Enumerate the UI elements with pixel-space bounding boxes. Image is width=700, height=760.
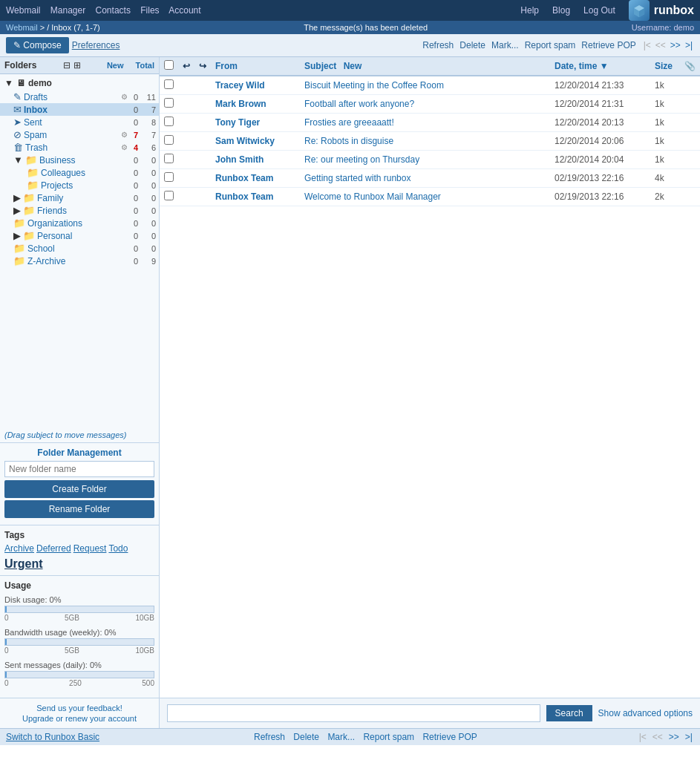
advanced-search-link[interactable]: Show advanced options: [598, 708, 693, 718]
email-checkbox-1[interactable]: [164, 98, 174, 108]
tag-request[interactable]: Request: [73, 543, 107, 554]
email-subject-4[interactable]: Re: our meeting on Thursday: [300, 151, 550, 169]
count-total-personal: 0: [145, 232, 156, 240]
gear-icon-spam[interactable]: ⚙: [121, 131, 128, 139]
switch-to-basic-link[interactable]: Switch to Runbox Basic: [6, 732, 99, 742]
folder-collapse-icon[interactable]: ⊟: [63, 60, 71, 71]
compose-button[interactable]: ✎ Compose: [6, 37, 69, 53]
bottom-pagination-next[interactable]: >>: [667, 732, 681, 742]
email-from-1[interactable]: Mark Brown: [211, 95, 300, 114]
folder-item-personal[interactable]: ▶ 📁 Personal 0 0: [0, 229, 159, 242]
folder-item-projects[interactable]: 📁 Projects 0 0: [0, 179, 159, 191]
new-folder-input[interactable]: [4, 461, 154, 477]
folder-expand-icon[interactable]: ⊞: [73, 60, 81, 71]
th-from[interactable]: From: [211, 57, 300, 76]
date-sort-link[interactable]: Date, time ▼: [555, 61, 609, 71]
folder-item-trash[interactable]: 🗑 Trash ⚙ 4 6: [0, 141, 159, 154]
bottom-pagination-last[interactable]: >|: [684, 732, 694, 742]
folder-counts-trash: 4 6: [128, 143, 156, 152]
folder-item-family[interactable]: ▶ 📁 Family 0 0: [0, 191, 159, 204]
retrieve-pop-link[interactable]: Retrieve POP: [581, 40, 635, 50]
refresh-link[interactable]: Refresh: [422, 40, 454, 50]
email-from-5[interactable]: Runbox Team: [211, 169, 300, 188]
email-from-4[interactable]: John Smith: [211, 151, 300, 169]
pagination-next[interactable]: >>: [669, 40, 682, 50]
pagination-last[interactable]: >|: [684, 40, 694, 50]
bottom-mark-link[interactable]: Mark...: [327, 732, 355, 742]
folder-item-z-archive[interactable]: 📁 Z-Archive 0 9: [0, 255, 159, 267]
email-checkbox-3[interactable]: [164, 135, 174, 145]
bottom-report-spam-link[interactable]: Report spam: [363, 732, 414, 742]
email-subject-5[interactable]: Getting started with runbox: [300, 169, 550, 188]
preferences-button[interactable]: Preferences: [72, 40, 120, 50]
folder-item-spam[interactable]: ⊘ Spam ⚙ 7 7: [0, 128, 159, 141]
folder-counts-inbox: 0 7: [128, 105, 156, 114]
search-input[interactable]: [167, 704, 540, 722]
email-checkbox-0[interactable]: [164, 79, 174, 89]
report-spam-link[interactable]: Report spam: [525, 40, 576, 50]
tag-archive[interactable]: Archive: [4, 543, 34, 554]
gear-icon-drafts[interactable]: ⚙: [121, 93, 128, 101]
gear-icon-trash[interactable]: ⚙: [121, 143, 128, 151]
bottom-pagination-prev[interactable]: <<: [651, 732, 664, 742]
nav-logout[interactable]: Log Out: [583, 5, 615, 16]
email-from-0[interactable]: Tracey Wild: [211, 76, 300, 95]
usage-sent-scale-end: 500: [142, 679, 154, 687]
folder-item-colleagues[interactable]: 📁 Colleagues 0 0: [0, 166, 159, 179]
nav-contacts[interactable]: Contacts: [96, 5, 131, 16]
rename-folder-button[interactable]: Rename Folder: [4, 500, 154, 518]
th-size[interactable]: Size: [650, 57, 680, 76]
create-folder-button[interactable]: Create Folder: [4, 480, 154, 498]
th-subject[interactable]: Subject New: [300, 57, 550, 76]
folder-item-inbox[interactable]: ✉ Inbox 0 7: [0, 103, 159, 116]
email-subject-1[interactable]: Football after work anyone?: [300, 95, 550, 114]
nav-account[interactable]: Account: [169, 5, 200, 16]
nav-webmail[interactable]: Webmail: [6, 5, 40, 16]
folder-item-demo[interactable]: ▼ 🖥 demo: [0, 76, 159, 91]
mark-link[interactable]: Mark...: [491, 40, 519, 50]
breadcrumb-webmail[interactable]: Webmail: [6, 23, 38, 32]
select-all-checkbox[interactable]: [164, 60, 174, 70]
bottom-pagination-first[interactable]: |<: [638, 732, 648, 742]
folder-mgmt-title: Folder Management: [4, 448, 154, 458]
nav-files[interactable]: Files: [140, 5, 159, 16]
pagination-prev[interactable]: <<: [654, 40, 667, 50]
folder-item-school[interactable]: 📁 School 0 0: [0, 242, 159, 255]
tag-urgent[interactable]: Urgent: [4, 557, 43, 571]
nav-help[interactable]: Help: [520, 5, 539, 16]
folder-item-organizations[interactable]: 📁 Organizations 0 0: [0, 217, 159, 229]
table-row: Runbox Team Getting started with runbox …: [160, 169, 700, 188]
tag-deferred[interactable]: Deferred: [36, 543, 71, 554]
nav-manager[interactable]: Manager: [50, 5, 85, 16]
email-checkbox-5[interactable]: [164, 172, 174, 182]
folder-item-sent[interactable]: ➤ Sent 0 8: [0, 116, 159, 128]
from-sort-link[interactable]: From: [215, 61, 238, 71]
pagination-first[interactable]: |<: [642, 40, 652, 50]
folder-item-drafts[interactable]: ✎ Drafts ⚙ 0 11: [0, 91, 159, 103]
feedback-link[interactable]: Send us your feedback!: [36, 704, 122, 712]
folder-item-business[interactable]: ▼ 📁 Business 0 0: [0, 154, 159, 166]
upgrade-link[interactable]: Upgrade or renew your account: [22, 714, 137, 723]
email-checkbox-6[interactable]: [164, 191, 174, 200]
folder-item-friends[interactable]: ▶ 📁 Friends 0 0: [0, 204, 159, 217]
email-subject-3[interactable]: Re: Robots in disguise: [300, 132, 550, 151]
email-from-6[interactable]: Runbox Team: [211, 188, 300, 206]
count-total-family: 0: [145, 194, 156, 203]
email-from-2[interactable]: Tony Tiger: [211, 114, 300, 132]
bottom-refresh-link[interactable]: Refresh: [254, 732, 285, 742]
email-from-3[interactable]: Sam Witwicky: [211, 132, 300, 151]
size-sort-link[interactable]: Size: [655, 61, 673, 71]
email-subject-6[interactable]: Welcome to Runbox Mail Manager: [300, 188, 550, 206]
delete-link[interactable]: Delete: [459, 40, 485, 50]
email-checkbox-4[interactable]: [164, 154, 174, 163]
email-subject-0[interactable]: Biscuit Meeting in the Coffee Room: [300, 76, 550, 95]
bottom-delete-link[interactable]: Delete: [293, 732, 319, 742]
subject-sort-link[interactable]: Subject: [304, 61, 336, 71]
search-button[interactable]: Search: [546, 705, 592, 721]
email-subject-2[interactable]: Frosties are greeaaatt!: [300, 114, 550, 132]
bottom-retrieve-pop-link[interactable]: Retrieve POP: [422, 732, 477, 742]
email-checkbox-2[interactable]: [164, 117, 174, 126]
th-date[interactable]: Date, time ▼: [550, 57, 650, 76]
nav-blog[interactable]: Blog: [552, 5, 570, 16]
tag-todo[interactable]: Todo: [108, 543, 128, 554]
